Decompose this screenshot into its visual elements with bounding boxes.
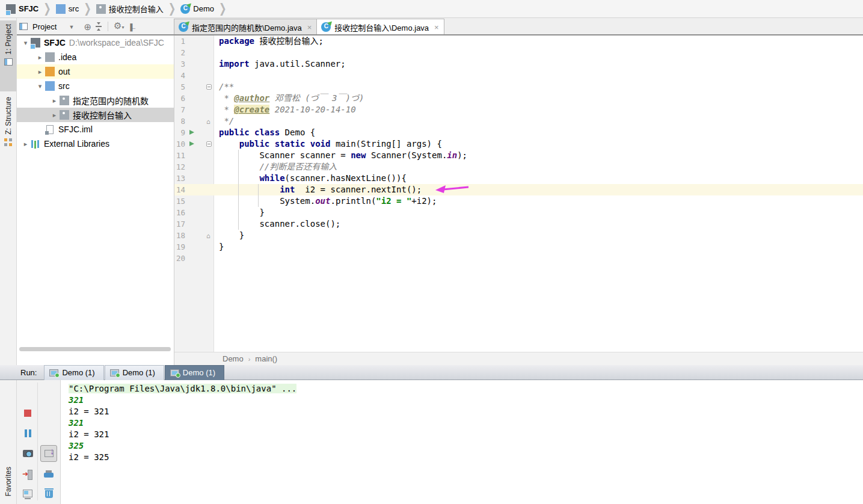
code-line[interactable]: 12 //判断是否还有输入	[174, 161, 863, 173]
code-text[interactable]: //判断是否还有输入	[214, 161, 337, 173]
code-line[interactable]: 3import java.util.Scanner;	[174, 58, 863, 70]
code-text[interactable]: System.out.println("i2 = "+i2);	[214, 195, 437, 207]
exit-button[interactable]	[21, 467, 34, 481]
code-text[interactable]: scanner.close();	[214, 218, 340, 230]
breadcrumb-class[interactable]: Demo	[223, 354, 244, 363]
settings-gear-button[interactable]: ⚙▾	[114, 21, 124, 32]
tree-item[interactable]: ▸out	[17, 64, 174, 79]
code-line[interactable]: 10 public static void main(String[] args…	[174, 138, 863, 150]
code-line[interactable]: 18⌂ }	[174, 230, 863, 241]
code-line[interactable]: 15 System.out.println("i2 = "+i2);	[174, 195, 863, 207]
chevron-down-icon[interactable]: ▾	[20, 39, 31, 47]
fold-end-icon[interactable]: ⌂	[206, 230, 210, 242]
run-tab[interactable]: Demo (1)	[44, 365, 103, 380]
console-output[interactable]: "C:\Program Files\Java\jdk1.8.0\bin\java…	[61, 380, 863, 504]
editor-tab[interactable]: 指定范围内的随机数\Demo.java×	[174, 19, 317, 35]
scrollend-button[interactable]	[40, 445, 57, 462]
code-text[interactable]: Scanner scanner = new Scanner(System.in)…	[214, 150, 467, 161]
locate-file-button[interactable]: ⊕	[84, 22, 91, 31]
print-button[interactable]	[42, 467, 55, 481]
code-line[interactable]: 20	[174, 253, 863, 264]
camera-button[interactable]	[21, 447, 34, 460]
down-button[interactable]	[42, 407, 55, 420]
tool-window-button-structure[interactable]: Z: Structure	[0, 93, 16, 174]
tool-window-button-project[interactable]: 1: Project	[0, 20, 16, 91]
code-text[interactable]: int i2 = scanner.nextInt();	[214, 184, 470, 195]
fold-collapse-icon[interactable]	[206, 84, 212, 90]
code-text[interactable]: }	[214, 207, 265, 218]
code-text[interactable]: while(scanner.hasNextLine()){	[214, 173, 407, 184]
stop-button[interactable]	[21, 407, 34, 420]
code-text[interactable]: */	[214, 115, 234, 127]
breadcrumb-item[interactable]: SFJC	[5, 4, 40, 14]
code-line[interactable]: 1package 接收控制台输入;	[174, 35, 863, 47]
close-icon[interactable]: ×	[307, 23, 312, 32]
code-line[interactable]: 13 while(scanner.hasNextLine()){	[174, 173, 863, 184]
run-line-gutter[interactable]	[188, 138, 196, 150]
code-line[interactable]: 11 Scanner scanner = new Scanner(System.…	[174, 150, 863, 161]
run-arrow-icon[interactable]	[189, 130, 194, 135]
code-line[interactable]: 8⌂ */	[174, 115, 863, 127]
chevron-right-icon[interactable]: ▸	[35, 54, 45, 61]
run-tab[interactable]: Demo (1)	[105, 365, 164, 380]
fold-marker[interactable]	[206, 138, 214, 150]
tree-item[interactable]: ▸接收控制台输入	[17, 108, 174, 122]
tool-window-button-favorites[interactable]: Favorites	[0, 463, 16, 503]
code-text[interactable]: * @create 2021-10-20-14-10	[214, 104, 356, 115]
tree-item[interactable]: ▾src	[17, 79, 174, 93]
code-text[interactable]	[214, 47, 219, 58]
collapse-all-button[interactable]	[95, 22, 102, 31]
hide-panel-button[interactable]	[127, 23, 136, 31]
editor-tab[interactable]: 接收控制台输入\Demo.java×	[316, 19, 444, 35]
chevron-right-icon[interactable]: ▸	[20, 140, 31, 148]
breadcrumb-method[interactable]: main()	[255, 354, 277, 363]
chevron-right-icon[interactable]: ▸	[49, 111, 60, 119]
tree-item[interactable]: ▸指定范围内的随机数	[17, 93, 174, 108]
code-text[interactable]: }	[214, 241, 224, 253]
breadcrumb-item[interactable]: Demo	[179, 4, 215, 14]
up-button[interactable]	[42, 386, 55, 399]
trash-button[interactable]	[42, 487, 55, 500]
code-line[interactable]: 6 * @author 邓雪松 (づ￣ 3￣)づ)	[174, 93, 863, 104]
code-text[interactable]	[214, 253, 219, 264]
horizontal-scrollbar[interactable]	[19, 347, 171, 351]
chevron-down-icon[interactable]: ▼	[69, 24, 74, 30]
fold-end-icon[interactable]: ⌂	[206, 116, 210, 128]
run-arrow-icon[interactable]	[189, 141, 194, 146]
project-panel-title[interactable]: Project	[32, 22, 57, 31]
fold-collapse-icon[interactable]	[206, 141, 212, 147]
tree-item[interactable]: ▸.idea	[17, 50, 174, 64]
code-text[interactable]: package 接收控制台输入;	[214, 35, 324, 47]
code-text[interactable]: public static void main(String[] args) {	[214, 138, 442, 150]
fold-marker[interactable]	[206, 81, 214, 93]
code-text[interactable]: public class Demo {	[214, 127, 315, 138]
pause-button[interactable]	[21, 426, 34, 440]
breadcrumb-item[interactable]: src	[55, 4, 80, 14]
chevron-down-icon[interactable]: ▾	[35, 82, 45, 90]
tree-item[interactable]: SFJC.iml	[17, 122, 174, 137]
code-line[interactable]: 7 * @create 2021-10-20-14-10	[174, 104, 863, 115]
code-text[interactable]: * @author 邓雪松 (づ￣ 3￣)づ)	[214, 93, 364, 104]
code-text[interactable]: import java.util.Scanner;	[214, 58, 346, 70]
code-line[interactable]: 2	[174, 47, 863, 58]
softwrap-button[interactable]	[42, 426, 55, 440]
breadcrumb-item[interactable]: 接收控制台输入	[95, 3, 165, 14]
tree-item[interactable]: ▸External Libraries	[17, 137, 174, 151]
code-line[interactable]: 5/**	[174, 81, 863, 93]
tree-item[interactable]: ▾SFJC D:\workspace_idea\SFJC	[17, 35, 174, 50]
code-line[interactable]: 17 scanner.close();	[174, 218, 863, 230]
code-line[interactable]: 16 }	[174, 207, 863, 218]
fold-marker[interactable]: ⌂	[206, 115, 214, 127]
chevron-right-icon[interactable]: ▸	[35, 68, 45, 76]
code-line[interactable]: 4	[174, 70, 863, 81]
code-text[interactable]	[214, 70, 219, 81]
code-text[interactable]: }	[214, 230, 244, 241]
code-line[interactable]: 14 int i2 = scanner.nextInt();	[174, 184, 863, 195]
rerun-button[interactable]	[21, 386, 34, 399]
close-icon[interactable]: ×	[434, 23, 439, 32]
run-line-gutter[interactable]	[188, 127, 196, 138]
code-line[interactable]: 19}	[174, 241, 863, 253]
code-text[interactable]: /**	[214, 81, 234, 93]
chevron-right-icon[interactable]: ▸	[49, 97, 60, 105]
code-line[interactable]: 9public class Demo {	[174, 127, 863, 138]
